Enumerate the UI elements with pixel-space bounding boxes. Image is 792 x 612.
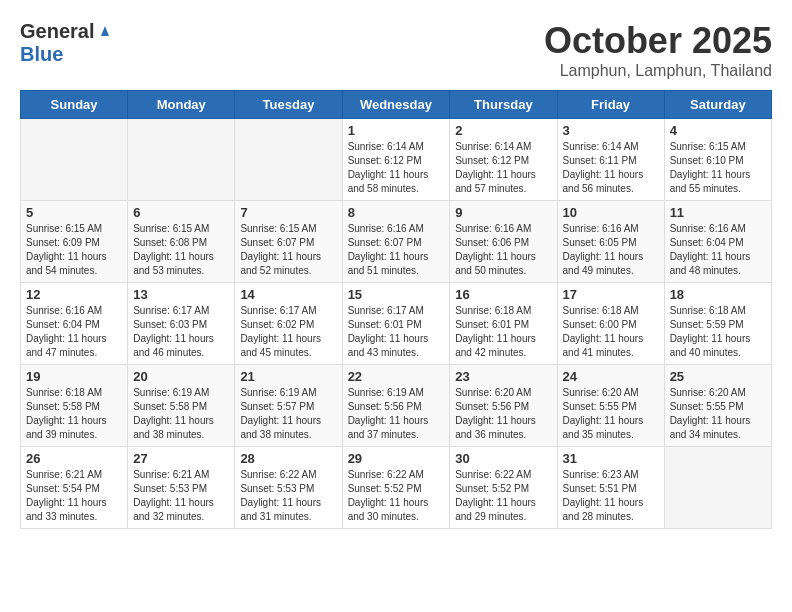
day-info: Sunrise: 6:22 AM Sunset: 5:52 PM Dayligh… — [348, 468, 445, 524]
logo-triangle-icon — [96, 22, 114, 40]
logo-general: General — [20, 20, 94, 43]
day-number: 24 — [563, 369, 659, 384]
calendar-cell: 23Sunrise: 6:20 AM Sunset: 5:56 PM Dayli… — [450, 365, 557, 447]
day-info: Sunrise: 6:17 AM Sunset: 6:03 PM Dayligh… — [133, 304, 229, 360]
day-number: 14 — [240, 287, 336, 302]
day-number: 5 — [26, 205, 122, 220]
calendar-cell: 17Sunrise: 6:18 AM Sunset: 6:00 PM Dayli… — [557, 283, 664, 365]
calendar-cell: 8Sunrise: 6:16 AM Sunset: 6:07 PM Daylig… — [342, 201, 450, 283]
day-number: 10 — [563, 205, 659, 220]
weekday-header-row: SundayMondayTuesdayWednesdayThursdayFrid… — [21, 91, 772, 119]
day-info: Sunrise: 6:16 AM Sunset: 6:06 PM Dayligh… — [455, 222, 551, 278]
calendar-cell: 16Sunrise: 6:18 AM Sunset: 6:01 PM Dayli… — [450, 283, 557, 365]
day-number: 29 — [348, 451, 445, 466]
calendar-cell: 31Sunrise: 6:23 AM Sunset: 5:51 PM Dayli… — [557, 447, 664, 529]
day-number: 25 — [670, 369, 766, 384]
day-number: 18 — [670, 287, 766, 302]
calendar-week-3: 12Sunrise: 6:16 AM Sunset: 6:04 PM Dayli… — [21, 283, 772, 365]
day-number: 11 — [670, 205, 766, 220]
calendar-cell: 11Sunrise: 6:16 AM Sunset: 6:04 PM Dayli… — [664, 201, 771, 283]
day-number: 27 — [133, 451, 229, 466]
day-number: 15 — [348, 287, 445, 302]
weekday-header-tuesday: Tuesday — [235, 91, 342, 119]
svg-marker-0 — [101, 26, 109, 36]
calendar-cell: 1Sunrise: 6:14 AM Sunset: 6:12 PM Daylig… — [342, 119, 450, 201]
day-info: Sunrise: 6:18 AM Sunset: 5:59 PM Dayligh… — [670, 304, 766, 360]
calendar-cell: 10Sunrise: 6:16 AM Sunset: 6:05 PM Dayli… — [557, 201, 664, 283]
day-number: 12 — [26, 287, 122, 302]
page-header: General Blue October 2025 Lamphun, Lamph… — [20, 20, 772, 80]
month-title: October 2025 — [544, 20, 772, 62]
weekday-header-saturday: Saturday — [664, 91, 771, 119]
day-number: 7 — [240, 205, 336, 220]
calendar-cell: 27Sunrise: 6:21 AM Sunset: 5:53 PM Dayli… — [128, 447, 235, 529]
day-info: Sunrise: 6:19 AM Sunset: 5:57 PM Dayligh… — [240, 386, 336, 442]
day-info: Sunrise: 6:22 AM Sunset: 5:53 PM Dayligh… — [240, 468, 336, 524]
day-number: 31 — [563, 451, 659, 466]
day-info: Sunrise: 6:23 AM Sunset: 5:51 PM Dayligh… — [563, 468, 659, 524]
calendar-cell: 2Sunrise: 6:14 AM Sunset: 6:12 PM Daylig… — [450, 119, 557, 201]
day-info: Sunrise: 6:16 AM Sunset: 6:05 PM Dayligh… — [563, 222, 659, 278]
day-number: 9 — [455, 205, 551, 220]
logo-blue: Blue — [20, 43, 63, 66]
calendar-week-4: 19Sunrise: 6:18 AM Sunset: 5:58 PM Dayli… — [21, 365, 772, 447]
calendar-cell: 4Sunrise: 6:15 AM Sunset: 6:10 PM Daylig… — [664, 119, 771, 201]
calendar-cell — [235, 119, 342, 201]
day-number: 26 — [26, 451, 122, 466]
calendar-cell: 28Sunrise: 6:22 AM Sunset: 5:53 PM Dayli… — [235, 447, 342, 529]
day-number: 1 — [348, 123, 445, 138]
day-info: Sunrise: 6:15 AM Sunset: 6:10 PM Dayligh… — [670, 140, 766, 196]
location-title: Lamphun, Lamphun, Thailand — [544, 62, 772, 80]
calendar-cell: 30Sunrise: 6:22 AM Sunset: 5:52 PM Dayli… — [450, 447, 557, 529]
day-info: Sunrise: 6:16 AM Sunset: 6:04 PM Dayligh… — [26, 304, 122, 360]
calendar-cell: 18Sunrise: 6:18 AM Sunset: 5:59 PM Dayli… — [664, 283, 771, 365]
day-info: Sunrise: 6:21 AM Sunset: 5:53 PM Dayligh… — [133, 468, 229, 524]
day-number: 19 — [26, 369, 122, 384]
day-number: 16 — [455, 287, 551, 302]
day-number: 30 — [455, 451, 551, 466]
calendar-week-5: 26Sunrise: 6:21 AM Sunset: 5:54 PM Dayli… — [21, 447, 772, 529]
calendar: SundayMondayTuesdayWednesdayThursdayFrid… — [20, 90, 772, 529]
day-number: 17 — [563, 287, 659, 302]
weekday-header-monday: Monday — [128, 91, 235, 119]
calendar-cell: 24Sunrise: 6:20 AM Sunset: 5:55 PM Dayli… — [557, 365, 664, 447]
day-number: 4 — [670, 123, 766, 138]
day-number: 22 — [348, 369, 445, 384]
day-number: 28 — [240, 451, 336, 466]
day-info: Sunrise: 6:22 AM Sunset: 5:52 PM Dayligh… — [455, 468, 551, 524]
calendar-week-2: 5Sunrise: 6:15 AM Sunset: 6:09 PM Daylig… — [21, 201, 772, 283]
calendar-cell: 22Sunrise: 6:19 AM Sunset: 5:56 PM Dayli… — [342, 365, 450, 447]
day-info: Sunrise: 6:17 AM Sunset: 6:01 PM Dayligh… — [348, 304, 445, 360]
day-info: Sunrise: 6:16 AM Sunset: 6:04 PM Dayligh… — [670, 222, 766, 278]
day-info: Sunrise: 6:16 AM Sunset: 6:07 PM Dayligh… — [348, 222, 445, 278]
day-number: 2 — [455, 123, 551, 138]
day-number: 8 — [348, 205, 445, 220]
day-info: Sunrise: 6:14 AM Sunset: 6:12 PM Dayligh… — [455, 140, 551, 196]
calendar-cell — [21, 119, 128, 201]
calendar-cell: 15Sunrise: 6:17 AM Sunset: 6:01 PM Dayli… — [342, 283, 450, 365]
logo: General Blue — [20, 20, 114, 66]
calendar-cell: 29Sunrise: 6:22 AM Sunset: 5:52 PM Dayli… — [342, 447, 450, 529]
calendar-cell — [664, 447, 771, 529]
day-info: Sunrise: 6:18 AM Sunset: 6:00 PM Dayligh… — [563, 304, 659, 360]
day-info: Sunrise: 6:19 AM Sunset: 5:58 PM Dayligh… — [133, 386, 229, 442]
day-info: Sunrise: 6:17 AM Sunset: 6:02 PM Dayligh… — [240, 304, 336, 360]
day-info: Sunrise: 6:19 AM Sunset: 5:56 PM Dayligh… — [348, 386, 445, 442]
day-info: Sunrise: 6:14 AM Sunset: 6:11 PM Dayligh… — [563, 140, 659, 196]
calendar-cell: 21Sunrise: 6:19 AM Sunset: 5:57 PM Dayli… — [235, 365, 342, 447]
day-info: Sunrise: 6:20 AM Sunset: 5:56 PM Dayligh… — [455, 386, 551, 442]
day-info: Sunrise: 6:18 AM Sunset: 6:01 PM Dayligh… — [455, 304, 551, 360]
calendar-cell: 9Sunrise: 6:16 AM Sunset: 6:06 PM Daylig… — [450, 201, 557, 283]
day-number: 6 — [133, 205, 229, 220]
day-number: 13 — [133, 287, 229, 302]
day-info: Sunrise: 6:20 AM Sunset: 5:55 PM Dayligh… — [563, 386, 659, 442]
calendar-cell: 12Sunrise: 6:16 AM Sunset: 6:04 PM Dayli… — [21, 283, 128, 365]
day-number: 20 — [133, 369, 229, 384]
calendar-cell: 19Sunrise: 6:18 AM Sunset: 5:58 PM Dayli… — [21, 365, 128, 447]
calendar-cell: 26Sunrise: 6:21 AM Sunset: 5:54 PM Dayli… — [21, 447, 128, 529]
title-area: October 2025 Lamphun, Lamphun, Thailand — [544, 20, 772, 80]
calendar-cell: 6Sunrise: 6:15 AM Sunset: 6:08 PM Daylig… — [128, 201, 235, 283]
weekday-header-sunday: Sunday — [21, 91, 128, 119]
calendar-cell: 13Sunrise: 6:17 AM Sunset: 6:03 PM Dayli… — [128, 283, 235, 365]
day-number: 3 — [563, 123, 659, 138]
